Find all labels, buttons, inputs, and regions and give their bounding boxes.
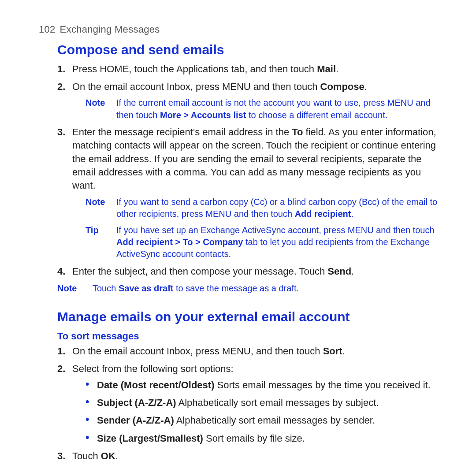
note-label: Note xyxy=(86,97,107,121)
step-4: 4. Enter the subject, and then compose y… xyxy=(57,265,443,278)
tip-body: If you have set up an Exchange ActiveSyn… xyxy=(116,224,443,260)
note-label: Note xyxy=(57,283,83,294)
sort-step-1: 1. On the email account Inbox, press MEN… xyxy=(57,345,443,358)
tip-label: Tip xyxy=(86,224,107,260)
tip-exchange-recipients: Tip If you have set up an Exchange Activ… xyxy=(86,224,443,260)
note-account-switch: Note If the current email account is not… xyxy=(86,97,443,121)
section-title-compose: Compose and send emails xyxy=(57,41,443,59)
step-text: Enter the message recipient's email addr… xyxy=(72,126,436,191)
step-text: Enter the subject, and then compose your… xyxy=(72,266,354,277)
step-number: 3. xyxy=(57,126,65,139)
page-header: 102Exchanging Messages xyxy=(39,23,443,36)
sort-step-2: 2. Select from the following sort option… xyxy=(57,362,443,445)
note-save-draft: Note Touch Save as draft to save the mes… xyxy=(57,283,443,294)
step-1: 1. Press HOME, touch the Applications ta… xyxy=(57,63,443,76)
step-number: 2. xyxy=(57,362,65,376)
step-2: 2. On the email account Inbox, press MEN… xyxy=(57,80,443,121)
sort-steps: 1. On the email account Inbox, press MEN… xyxy=(57,345,443,463)
step-text: Select from the following sort options: xyxy=(72,363,234,374)
step-3: 3. Enter the message recipient's email a… xyxy=(57,126,443,260)
note-cc-bcc: Note If you want to send a carbon copy (… xyxy=(86,196,443,220)
sort-option-date: Date (Most recent/Oldest) Sorts email me… xyxy=(86,379,443,392)
sort-option-size: Size (Largest/Smallest) Sort emails by f… xyxy=(86,432,443,445)
step-text: Press HOME, touch the Applications tab, … xyxy=(72,63,338,74)
section-title-manage: Manage emails on your external email acc… xyxy=(57,308,443,326)
sort-options: Date (Most recent/Oldest) Sorts email me… xyxy=(86,379,443,445)
step-number: 1. xyxy=(57,63,65,76)
step-number: 2. xyxy=(57,80,65,93)
page-number: 102 xyxy=(39,24,56,35)
step-text: On the email account Inbox, press MENU a… xyxy=(72,81,367,92)
sort-step-3: 3. Touch OK. xyxy=(57,450,443,463)
step-text: Touch OK. xyxy=(72,450,118,461)
step-number: 3. xyxy=(57,450,65,463)
compose-steps: 1. Press HOME, touch the Applications ta… xyxy=(57,63,443,278)
step-text: On the email account Inbox, press MENU, … xyxy=(72,346,345,357)
sort-option-sender: Sender (A-Z/Z-A) Alphabetically sort ema… xyxy=(86,414,443,427)
step-number: 4. xyxy=(57,265,65,278)
note-label: Note xyxy=(86,196,107,220)
chapter-title: Exchanging Messages xyxy=(60,24,160,35)
note-body: If the current email account is not the … xyxy=(116,97,443,121)
step-number: 1. xyxy=(57,345,65,358)
note-body: If you want to send a carbon copy (Cc) o… xyxy=(116,196,443,220)
sort-option-subject: Subject (A-Z/Z-A) Alphabetically sort em… xyxy=(86,396,443,409)
note-body: Touch Save as draft to save the message … xyxy=(93,283,299,294)
subheading-sort: To sort messages xyxy=(57,330,443,343)
